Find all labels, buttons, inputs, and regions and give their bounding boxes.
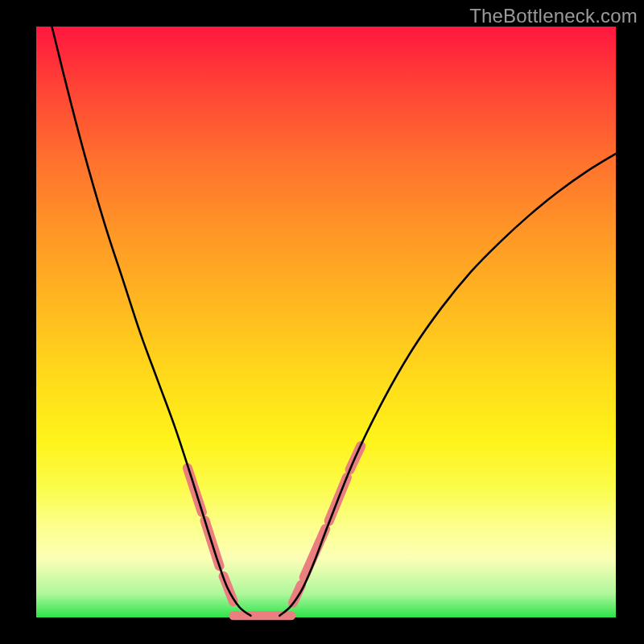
- watermark-text: TheBottleneck.com: [469, 5, 638, 27]
- chart-overlay: [36, 27, 616, 617]
- curve-layer: [52, 27, 616, 616]
- series-curve-left: [52, 27, 250, 616]
- marker-layer: [188, 446, 361, 616]
- marker-right-mid: [304, 529, 326, 577]
- plot-area: [36, 27, 616, 617]
- chart-frame: TheBottleneck.com: [0, 0, 644, 644]
- series-curve-right: [279, 154, 616, 616]
